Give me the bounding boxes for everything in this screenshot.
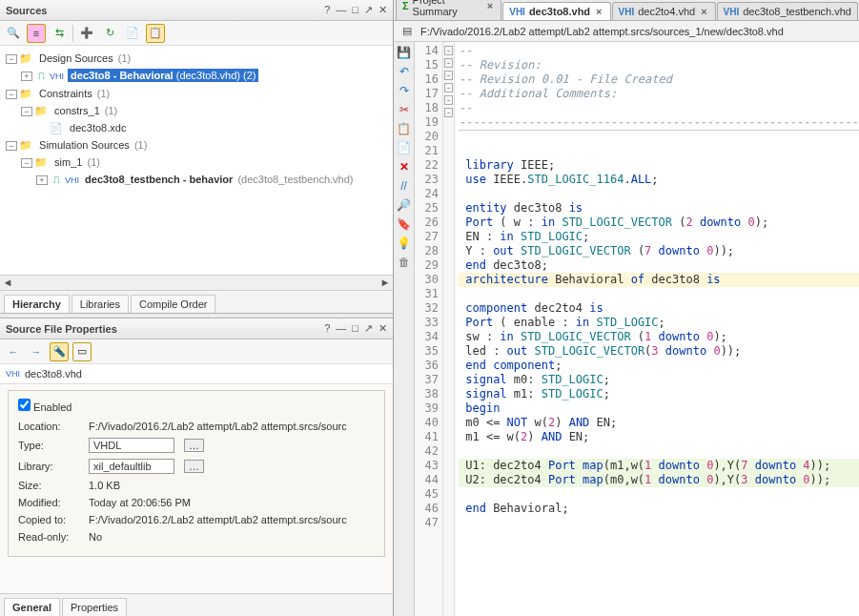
- tree-constraints[interactable]: −📁 Constraints (1) −📁 constrs_1 (1) 📄 de…: [6, 85, 391, 136]
- maximize-icon[interactable]: □: [352, 322, 358, 335]
- enabled-checkbox[interactable]: Enabled: [18, 401, 72, 413]
- type-browse-button[interactable]: …: [184, 439, 204, 452]
- help-icon[interactable]: ?: [324, 4, 330, 16]
- sources-title: Sources: [6, 5, 324, 16]
- sigma-icon: Σ: [402, 0, 409, 11]
- properties-panel-header: Source File Properties ? — □ ↗ ✕: [0, 318, 393, 339]
- tab-dec2to4[interactable]: VHI dec2to4.vhd ×: [612, 2, 716, 20]
- library-combo[interactable]: xil_defaultlib: [89, 459, 174, 474]
- bookmark-icon[interactable]: 🔖: [396, 216, 413, 233]
- tab-libraries[interactable]: Libraries: [72, 295, 129, 313]
- add-sources-icon[interactable]: ➕: [77, 24, 96, 43]
- tree-sim1[interactable]: −📁 sim_1 (1) +⎍VHI dec3to8_testbench - b…: [21, 154, 391, 189]
- code-editor[interactable]: ---- Revision:-- Revision 0.01 - File Cr…: [455, 42, 859, 616]
- readonly-value: No: [89, 531, 375, 543]
- copied-label: Copied to:: [18, 514, 83, 525]
- cut-icon[interactable]: ✂: [396, 101, 413, 118]
- size-value: 1.0 KB: [89, 480, 375, 491]
- tab-compile-order[interactable]: Compile Order: [131, 295, 216, 313]
- copied-value: F:/Vivado/2016.2/Lab2 attempt/Lab2 attem…: [89, 514, 375, 525]
- minimize-icon[interactable]: —: [336, 322, 346, 335]
- properties-title: Source File Properties: [6, 323, 324, 335]
- find-icon[interactable]: 🔎: [396, 196, 413, 214]
- tab-hierarchy[interactable]: Hierarchy: [4, 295, 70, 313]
- save-icon[interactable]: 💾: [396, 44, 413, 61]
- new-file-icon[interactable]: 📄: [123, 24, 142, 43]
- sources-hscroll[interactable]: ◄►: [0, 275, 393, 290]
- paste-icon[interactable]: 📄: [396, 139, 413, 156]
- file-path: F:/Vivado/2016.2/Lab2 attempt/Lab2 attem…: [420, 26, 784, 37]
- modified-label: Modified:: [18, 497, 83, 508]
- sources-toolbar: 🔍 ≡ ⇆ ➕ ↻ 📄 📋: [0, 21, 393, 46]
- type-combo[interactable]: VHDL: [89, 438, 174, 453]
- close-tab-icon[interactable]: ×: [594, 6, 603, 17]
- line-number-gutter: 1415161718192021222324252627282930313233…: [415, 42, 443, 616]
- redo-icon[interactable]: ↷: [396, 82, 413, 99]
- sources-view-tabs: Hierarchy Libraries Compile Order: [0, 290, 393, 313]
- library-label: Library:: [18, 461, 83, 472]
- vhdl-icon: VHI: [509, 7, 525, 17]
- popout-icon[interactable]: ↗: [364, 322, 373, 335]
- properties-toolbar: ← → 🔦 ▭: [0, 339, 393, 364]
- close-tab-icon[interactable]: ×: [485, 0, 495, 11]
- collapse-all-icon[interactable]: ⇆: [50, 24, 69, 43]
- tree-testbench[interactable]: +⎍VHI dec3to8_testbench - behavior (dec3…: [36, 171, 391, 189]
- tree-xdc-file[interactable]: 📄 dec3to8.xdc: [36, 119, 391, 136]
- tab-general[interactable]: General: [4, 598, 60, 616]
- delete-icon[interactable]: ✕: [396, 158, 413, 175]
- highlight-icon[interactable]: 🔦: [50, 342, 69, 361]
- sources-tree[interactable]: −📁 Design Sources (1) +⎍VHI dec3to8 - Be…: [2, 50, 391, 189]
- tree-dec3to8-behavioral[interactable]: +⎍VHI dec3to8 - Behavioral (dec3to8.vhd)…: [21, 67, 391, 85]
- search-icon[interactable]: 🔍: [4, 24, 23, 43]
- readonly-label: Read-only:: [18, 531, 83, 543]
- vhdl-icon: VHI: [724, 7, 740, 17]
- vhdl-file-icon: VHI: [6, 369, 19, 379]
- fold-gutter[interactable]: ------: [443, 42, 455, 616]
- properties-filename: dec3to8.vhd: [25, 368, 82, 380]
- type-label: Type:: [18, 440, 83, 451]
- forward-icon[interactable]: →: [27, 342, 46, 361]
- close-icon[interactable]: ✕: [378, 4, 387, 16]
- properties-view-tabs: General Properties: [0, 593, 393, 616]
- tab-project-summary[interactable]: Σ Project Summary ×: [396, 0, 501, 20]
- tab-dec3to8[interactable]: VHI dec3to8.vhd ×: [502, 2, 610, 20]
- library-browse-button[interactable]: …: [184, 460, 204, 473]
- editor-tabs: Σ Project Summary × VHI dec3to8.vhd × VH…: [394, 0, 859, 21]
- minimize-icon[interactable]: —: [336, 4, 346, 16]
- help-icon[interactable]: ?: [324, 322, 330, 335]
- tab-properties[interactable]: Properties: [62, 598, 127, 616]
- tree-simulation-sources[interactable]: −📁 Simulation Sources (1) −📁 sim_1 (1) +…: [6, 136, 391, 189]
- refresh-icon[interactable]: ↻: [100, 24, 119, 43]
- editor-vertical-toolbar: 💾 ↶ ↷ ✂ 📋 📄 ✕ // 🔎 🔖 💡 🗑: [394, 42, 415, 616]
- vhdl-icon: VHI: [619, 7, 635, 17]
- select-icon[interactable]: ▭: [72, 342, 92, 361]
- popout-icon[interactable]: ↗: [364, 4, 373, 16]
- undo-icon[interactable]: ↶: [396, 63, 413, 80]
- tab-testbench[interactable]: VHI dec3to8_testbench.vhd: [717, 2, 858, 20]
- bulb-icon[interactable]: 💡: [396, 235, 413, 252]
- copy-icon[interactable]: 📋: [396, 120, 413, 137]
- location-value: F:/Vivado/2016.2/Lab2 attempt/Lab2 attem…: [89, 421, 375, 432]
- file-menu-icon[interactable]: ▤: [399, 25, 415, 37]
- trash-icon[interactable]: 🗑: [396, 254, 413, 271]
- sources-panel-header: Sources ? — □ ↗ ✕: [0, 0, 393, 21]
- file-path-bar: ▤ F:/Vivado/2016.2/Lab2 attempt/Lab2 att…: [394, 21, 859, 42]
- report-icon[interactable]: 📋: [146, 24, 165, 43]
- tree-constrs1[interactable]: −📁 constrs_1 (1) 📄 dec3to8.xdc: [21, 102, 391, 136]
- back-icon[interactable]: ←: [4, 342, 23, 361]
- comment-icon[interactable]: //: [396, 177, 413, 195]
- tree-design-sources[interactable]: −📁 Design Sources (1) +⎍VHI dec3to8 - Be…: [6, 50, 391, 85]
- close-icon[interactable]: ✕: [378, 322, 387, 335]
- location-label: Location:: [18, 421, 83, 432]
- close-tab-icon[interactable]: ×: [699, 6, 708, 17]
- size-label: Size:: [18, 480, 83, 491]
- properties-box: Enabled Location:F:/Vivado/2016.2/Lab2 a…: [8, 390, 385, 557]
- expand-all-icon[interactable]: ≡: [27, 24, 46, 43]
- maximize-icon[interactable]: □: [352, 4, 358, 16]
- modified-value: Today at 20:06:56 PM: [89, 497, 375, 508]
